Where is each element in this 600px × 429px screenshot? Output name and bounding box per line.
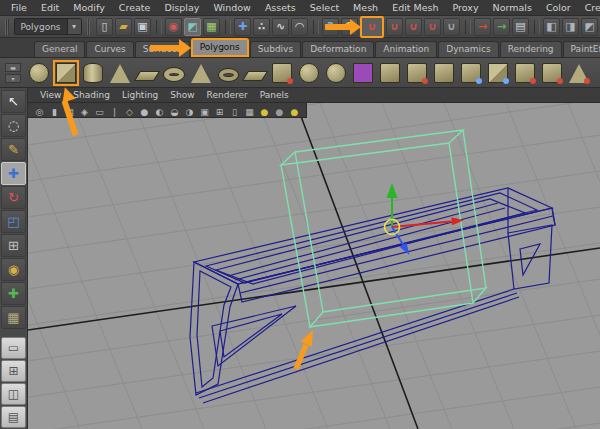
lock-camera-icon[interactable]: ▮	[47, 103, 62, 120]
menu-item[interactable]: Edit Mesh	[385, 0, 445, 16]
layout-four-pane-button[interactable]: ⊞	[1, 360, 26, 382]
panel-menu-item[interactable]: Lighting	[116, 88, 164, 103]
tab-rendering[interactable]: Rendering	[500, 41, 562, 57]
poly-platonic-icon[interactable]	[242, 60, 268, 86]
xray-icon[interactable]: ▦	[242, 103, 257, 120]
rotate-tool[interactable]: ↻	[1, 186, 26, 209]
render-settings-icon[interactable]: ◩	[581, 18, 598, 36]
separator[interactable]	[156, 20, 162, 34]
snap-to-grids-icon[interactable]: ∪	[360, 16, 384, 38]
textured-mode-icon[interactable]: ◐	[152, 103, 167, 120]
wireframe-mode-icon[interactable]: ◇	[122, 103, 137, 120]
poly-sphere-icon[interactable]	[26, 60, 52, 86]
gamma-dot-icon[interactable]: ●	[272, 103, 287, 120]
separate-icon[interactable]	[431, 60, 457, 86]
poly-cone-icon[interactable]	[107, 60, 133, 86]
select-camera-icon[interactable]: ◎	[32, 103, 47, 120]
menu-item[interactable]: Select	[303, 0, 346, 16]
sculpt-icon[interactable]	[323, 60, 349, 86]
menu-item[interactable]: Modify	[66, 0, 111, 16]
drag-handle[interactable]	[87, 19, 91, 35]
menu-item[interactable]: Mesh	[346, 0, 385, 16]
select-mask-curves-icon[interactable]: ∿	[272, 18, 289, 36]
viewcube-dot-icon[interactable]: ●	[287, 103, 302, 120]
resolution-gate-icon[interactable]: ▯	[227, 103, 242, 120]
viewport[interactable]: ◎▮▤◈▭|◇●◐◒◑▣⊞▯▦●●●	[28, 103, 600, 429]
tab-painteffects[interactable]: PaintEffects	[563, 41, 600, 57]
separator[interactable]	[225, 20, 231, 34]
input-connections-icon[interactable]: →	[474, 18, 491, 36]
select-component-icon[interactable]: ▦	[203, 18, 220, 36]
file-open-icon[interactable]: ▰	[115, 18, 132, 36]
tab-subdivs[interactable]: Subdivs	[250, 41, 301, 57]
snap-to-curves-icon[interactable]: ∪	[386, 18, 403, 36]
select-mask-points-icon[interactable]: ∴	[253, 18, 270, 36]
field-chart-icon[interactable]: ⊞	[212, 103, 227, 120]
smooth-icon[interactable]	[296, 60, 322, 86]
poly-cube-icon[interactable]	[53, 60, 79, 86]
tab-animation[interactable]: Animation	[375, 41, 437, 57]
chevron-down-icon[interactable]: ▾	[67, 19, 81, 34]
construction-history-icon[interactable]: ▤	[512, 18, 529, 36]
manipulator-y-arrowhead[interactable]	[387, 183, 398, 198]
bookmarks-icon[interactable]: ◈	[77, 103, 92, 120]
paint-effects-cube-icon[interactable]	[350, 60, 376, 86]
drag-handle[interactable]	[5, 19, 9, 35]
ipr-render-icon[interactable]: ◨	[562, 18, 579, 36]
shadows-icon[interactable]: ◑	[182, 103, 197, 120]
menu-set-selector[interactable]: Polygons ▾	[14, 18, 82, 35]
separator[interactable]	[465, 20, 471, 34]
menu-item[interactable]: Color	[539, 0, 578, 16]
shelf-dropdown-button[interactable]: ▾	[5, 74, 21, 83]
file-save-icon[interactable]: ▣	[134, 18, 151, 36]
select-object-icon[interactable]: ◩	[184, 18, 201, 36]
shaded-mode-icon[interactable]: ●	[137, 103, 152, 120]
separator[interactable]	[534, 20, 540, 34]
snap-to-view-planes-icon[interactable]: ∪	[424, 18, 441, 36]
layout-outliner-persp-button[interactable]: ▤	[1, 406, 26, 428]
select-mask-hierarchy-icon[interactable]: ✚	[234, 18, 251, 36]
menu-item[interactable]: Create UVs	[578, 0, 600, 16]
last-tool-used[interactable]: ▦	[1, 306, 26, 329]
extract-icon[interactable]	[458, 60, 484, 86]
tab-deformation[interactable]: Deformation	[302, 41, 374, 57]
paint-select-tool[interactable]: ✎	[1, 138, 26, 161]
tab-dynamics[interactable]: Dynamics	[438, 41, 498, 57]
tab-polygons[interactable]: Polygons	[191, 38, 249, 57]
output-connections-icon[interactable]: →	[493, 18, 510, 36]
layout-two-pane-button[interactable]: ◫	[1, 383, 26, 405]
bridge-icon[interactable]	[539, 60, 565, 86]
menu-item[interactable]: Proxy	[446, 0, 486, 16]
exposure-dot-icon[interactable]: ●	[257, 103, 272, 120]
tab-curves[interactable]: Curves	[86, 41, 133, 57]
menu-item[interactable]: Assets	[258, 0, 303, 16]
soft-modification-tool[interactable]: ◉	[1, 258, 26, 281]
select-hierarchy-icon[interactable]: ◉	[165, 18, 182, 36]
universal-manipulator-tool[interactable]: ⊞	[1, 234, 26, 257]
render-current-frame-icon[interactable]: ◧	[543, 18, 560, 36]
show-manipulator-tool[interactable]: ✚	[1, 282, 26, 305]
panel-menu-item[interactable]: Panels	[254, 88, 295, 103]
shelf-menu-button[interactable]: ▬	[5, 63, 21, 72]
separator[interactable]	[313, 20, 319, 34]
make-live-icon[interactable]: ∪	[443, 18, 460, 36]
move-tool[interactable]: ✚	[1, 162, 26, 185]
poly-torus-icon[interactable]	[161, 60, 187, 86]
menu-item[interactable]: Window	[206, 0, 257, 16]
tab-general[interactable]: General	[34, 41, 85, 57]
reference-wireframe-box[interactable]	[281, 130, 486, 327]
menu-item[interactable]: Normals	[486, 0, 539, 16]
select-tool[interactable]: ↖	[1, 90, 26, 113]
combine-icon[interactable]	[404, 60, 430, 86]
layout-single-pane-button[interactable]: ▭	[1, 337, 26, 359]
poly-cylinder-icon[interactable]	[80, 60, 106, 86]
image-plane-icon[interactable]: ▭	[92, 103, 107, 120]
separator-icon[interactable]: |	[107, 103, 122, 120]
lights-mode-icon[interactable]: ◒	[167, 103, 182, 120]
poly-pyramid-icon[interactable]	[188, 60, 214, 86]
menu-item[interactable]: Edit	[34, 0, 66, 16]
panel-menu-item[interactable]: Show	[164, 88, 200, 103]
extrude-icon[interactable]	[512, 60, 538, 86]
isolate-select-icon[interactable]: ▣	[197, 103, 212, 120]
bevel-icon[interactable]	[566, 60, 592, 86]
